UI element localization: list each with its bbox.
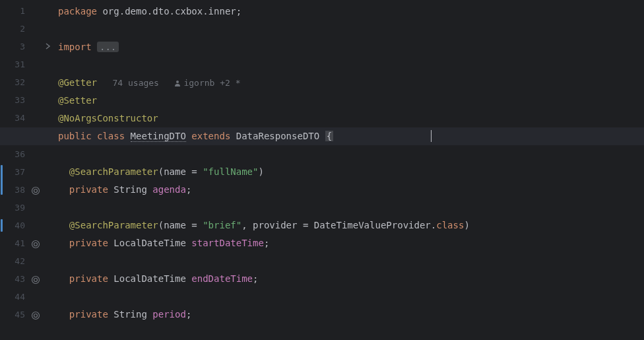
line-number: 39: [15, 203, 25, 213]
kw-import: import: [58, 42, 97, 52]
svg-point-6: [32, 312, 40, 320]
line-number: 31: [15, 59, 25, 69]
code-area[interactable]: package org.demo.dto.cxbox.inner; import…: [54, 0, 644, 340]
field-startdt: startDateTime: [191, 238, 264, 248]
kw-private: private: [69, 309, 113, 320]
line-number: 44: [15, 292, 25, 302]
line-number: 42: [15, 256, 25, 266]
anno-noargs: @NoArgsConstructor: [58, 113, 158, 123]
kw-private: private: [69, 238, 113, 248]
punct-close: ): [258, 166, 263, 177]
attr-name: name =: [164, 166, 203, 177]
svg-point-7: [34, 314, 38, 318]
superclass-name: DataResponseDTO: [236, 131, 325, 141]
text-cursor: [431, 130, 432, 142]
anno-getter: @Getter: [58, 77, 97, 88]
punct-semi: ;: [236, 6, 242, 17]
line-number: 41: [15, 238, 25, 248]
line-number: 43: [15, 274, 25, 284]
attr-name: name =: [164, 220, 203, 230]
type-string: String: [113, 184, 152, 195]
provider-class: DateTimeValueProvider: [314, 220, 431, 230]
package-path: org.demo.dto.cxbox.inner: [97, 6, 236, 17]
line-number: 37: [15, 167, 25, 177]
svg-point-8: [176, 81, 179, 83]
kw-classref: class: [436, 220, 464, 230]
kw-public: public: [58, 131, 97, 141]
anno-searchparam: @SearchParameter: [69, 220, 158, 230]
punct-close: ): [464, 220, 469, 230]
line-number: 2: [20, 24, 25, 34]
vcs-change-marker[interactable]: [1, 165, 3, 195]
kw-package: package: [58, 6, 97, 17]
line-number: 3: [20, 42, 25, 51]
line-number: 45: [15, 310, 25, 320]
fold-expand-icon[interactable]: [45, 43, 51, 51]
anno-setter: @Setter: [58, 95, 97, 106]
svg-point-5: [34, 279, 38, 282]
punct-open: (: [158, 166, 164, 177]
type-ldt: LocalDateTime: [113, 273, 191, 284]
open-brace: {: [325, 131, 333, 141]
attr-provider: provider =: [253, 220, 314, 230]
type-string: String: [113, 309, 152, 320]
punct-semi: ;: [253, 273, 258, 284]
gutter: 1 2 3 31 32 33 34 35 36 37 38 39 40 41 4…: [0, 0, 54, 340]
string-literal: "brief": [203, 220, 242, 230]
line-number: 36: [15, 149, 25, 159]
line-number: 38: [15, 185, 25, 195]
related-problems-icon[interactable]: [31, 240, 42, 250]
code-editor[interactable]: 1 2 3 31 32 33 34 35 36 37 38 39 40 41 4…: [0, 0, 644, 340]
svg-point-4: [32, 277, 40, 284]
svg-point-1: [34, 189, 38, 193]
punct-semi: ;: [264, 238, 269, 248]
author-inlay[interactable]: igornb +2 *: [174, 78, 240, 88]
line-number: 40: [15, 221, 25, 230]
punct-semi: ;: [186, 309, 191, 320]
type-ldt: LocalDateTime: [113, 238, 191, 248]
related-problems-icon[interactable]: [31, 186, 42, 197]
svg-point-3: [34, 243, 38, 246]
string-literal: "fullName": [203, 166, 258, 177]
punct-semi: ;: [186, 184, 191, 195]
vcs-change-marker[interactable]: [1, 219, 3, 232]
field-enddt: endDateTime: [191, 273, 253, 284]
kw-extends: extends: [191, 131, 236, 141]
punct-dot: .: [431, 220, 436, 230]
svg-point-2: [32, 241, 40, 248]
anno-searchparam: @SearchParameter: [69, 166, 158, 177]
current-line[interactable]: public class MeetingDTO extends DataResp…: [54, 127, 644, 145]
svg-point-0: [32, 187, 40, 195]
related-problems-icon[interactable]: [31, 311, 42, 322]
field-period: period: [152, 309, 186, 320]
field-agenda: agenda: [152, 184, 186, 195]
punct-comma: ,: [242, 220, 253, 230]
related-problems-icon[interactable]: [31, 275, 42, 286]
line-number: 34: [15, 113, 25, 123]
line-number: 1: [20, 6, 25, 16]
kw-private: private: [69, 184, 113, 195]
line-number: 33: [15, 95, 25, 105]
kw-private: private: [69, 273, 113, 284]
line-number: 32: [15, 77, 25, 87]
usages-inlay[interactable]: 74 usages: [97, 78, 174, 88]
fold-placeholder[interactable]: ...: [97, 42, 119, 52]
punct-open: (: [158, 220, 164, 230]
user-icon: [174, 75, 181, 92]
class-name: MeetingDTO: [131, 131, 186, 142]
kw-class: class: [97, 131, 131, 141]
